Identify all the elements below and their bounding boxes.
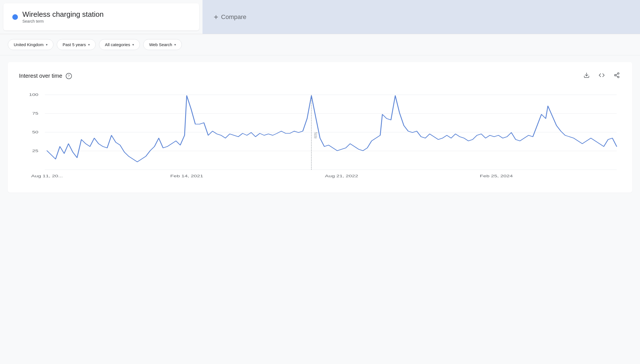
svg-text:Aug 11, 20...: Aug 11, 20... <box>31 174 63 178</box>
svg-line-4 <box>616 76 618 77</box>
chart-container: 100 75 50 25 Aug 11, 20... Feb 14, 2021 … <box>19 92 621 181</box>
svg-text:25: 25 <box>32 149 38 153</box>
search-term-dot <box>12 14 18 20</box>
filter-time-label: Past 5 years <box>63 42 86 47</box>
search-term-subtitle: Search term <box>22 19 44 23</box>
filter-search-type-label: Web Search <box>149 42 172 47</box>
chevron-down-icon: ▾ <box>174 43 176 47</box>
compare-button[interactable]: + Compare <box>214 13 246 22</box>
download-button[interactable] <box>582 71 591 81</box>
chart-actions <box>582 71 621 81</box>
compare-plus-icon: + <box>214 13 218 22</box>
chart-title: Interest over time <box>19 73 62 79</box>
chevron-down-icon: ▾ <box>132 43 134 47</box>
filter-time[interactable]: Past 5 years ▾ <box>57 39 96 50</box>
embed-button[interactable] <box>597 71 606 81</box>
filter-region[interactable]: United Kingdom ▾ <box>8 39 53 50</box>
interest-chart: 100 75 50 25 Aug 11, 20... Feb 14, 2021 … <box>19 92 621 181</box>
search-term-text: Wireless charging station Search term <box>22 10 103 24</box>
filter-region-label: United Kingdom <box>14 42 44 47</box>
chevron-down-icon: ▾ <box>46 43 48 47</box>
search-term-card: Wireless charging station Search term <box>3 3 199 30</box>
filter-category[interactable]: All categories ▾ <box>99 39 140 50</box>
filter-category-label: All categories <box>105 42 130 47</box>
svg-text:50: 50 <box>32 130 38 134</box>
svg-text:Note: Note <box>313 132 318 139</box>
svg-text:Feb 25, 2024: Feb 25, 2024 <box>480 174 513 178</box>
svg-line-5 <box>616 74 618 75</box>
chart-section: Interest over time ? <box>8 62 632 193</box>
compare-label: Compare <box>221 13 246 21</box>
chart-title-group: Interest over time ? <box>19 73 72 79</box>
svg-text:Aug 21, 2022: Aug 21, 2022 <box>325 174 358 178</box>
filters-bar: United Kingdom ▾ Past 5 years ▾ All cate… <box>0 34 640 55</box>
chevron-down-icon: ▾ <box>88 43 90 47</box>
compare-section: + Compare <box>203 0 640 34</box>
share-button[interactable] <box>613 71 621 81</box>
svg-text:Feb 14, 2021: Feb 14, 2021 <box>170 174 203 178</box>
search-term-title: Wireless charging station <box>22 10 103 19</box>
help-icon[interactable]: ? <box>66 73 72 79</box>
svg-text:100: 100 <box>29 93 38 97</box>
filter-search-type[interactable]: Web Search ▾ <box>143 39 182 50</box>
chart-header: Interest over time ? <box>19 71 621 81</box>
svg-text:75: 75 <box>32 112 38 116</box>
